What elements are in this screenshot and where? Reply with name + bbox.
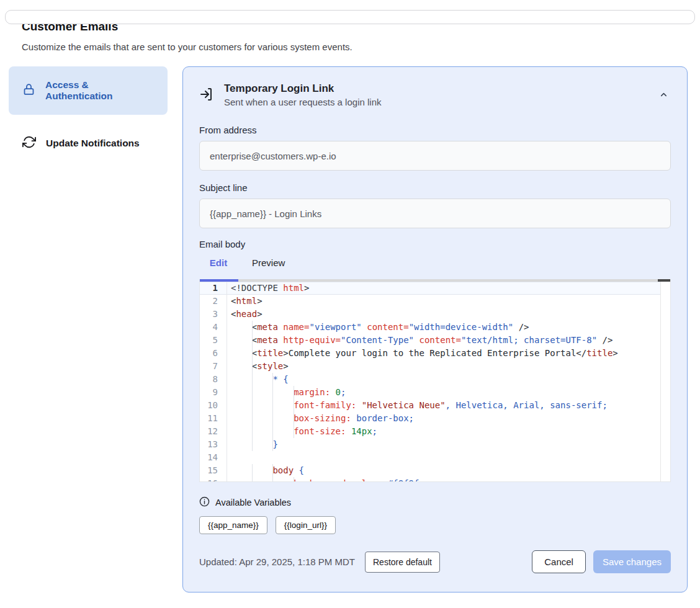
code-line[interactable]: 10 font-family: "Helvetica Neue", Helvet… [200, 399, 670, 412]
code-text: margin: 0; [227, 386, 670, 399]
code-lines: 1<!DOCTYPE html>2<html>3<head>4 <meta na… [200, 282, 670, 482]
code-text: body { [227, 464, 670, 477]
collapse-panel-button[interactable] [657, 87, 671, 104]
code-line[interactable]: 8 * { [200, 373, 670, 386]
panel-subtitle: Sent when a user requests a login link [224, 97, 381, 109]
sidebar: Access & Authentication Update Notificat… [9, 66, 168, 161]
code-text: box-sizing: border-box; [227, 412, 670, 425]
content-layout: Access & Authentication Update Notificat… [9, 66, 700, 592]
subject-line-label: Subject line [199, 182, 671, 193]
cancel-button[interactable]: Cancel [532, 550, 586, 573]
code-text: <!DOCTYPE html> [227, 282, 670, 295]
editor-vertical-scrollbar[interactable] [660, 282, 670, 481]
code-line[interactable]: 7 <style> [200, 360, 670, 373]
code-text: * { [227, 373, 670, 386]
code-text: <title>Complete your login to the Replic… [227, 347, 670, 360]
restore-default-button[interactable]: Restore default [365, 552, 440, 573]
sidebar-item-access-authentication[interactable]: Access & Authentication [9, 66, 168, 115]
info-icon [199, 496, 210, 509]
sidebar-item-update-notifications[interactable]: Update Notifications [9, 125, 168, 161]
line-number: 2 [200, 295, 227, 308]
email-body-label: Email body [199, 239, 671, 249]
available-variables-header: Available Variables [199, 496, 671, 509]
lock-icon [22, 83, 35, 99]
line-number: 15 [200, 464, 227, 477]
line-number: 12 [200, 425, 227, 438]
save-changes-button[interactable]: Save changes [593, 550, 671, 573]
code-line[interactable]: 5 <meta http-equiv="Content-Type" conten… [200, 334, 670, 347]
from-address-input[interactable] [199, 141, 671, 171]
available-variables-label: Available Variables [215, 498, 291, 507]
panel-header: Temporary Login Link Sent when a user re… [199, 82, 671, 109]
chevron-up-icon [659, 92, 668, 101]
code-text: <style> [227, 360, 670, 373]
sidebar-item-label: Update Notifications [46, 138, 140, 149]
line-number: 4 [200, 321, 227, 334]
line-number: 3 [200, 308, 227, 321]
line-number: 5 [200, 334, 227, 347]
tab-preview[interactable]: Preview [252, 257, 285, 279]
line-number: 9 [200, 386, 227, 399]
code-text: <head> [227, 308, 670, 321]
line-number: 14 [200, 451, 227, 464]
panel-footer: Updated: Apr 29, 2025, 1:18 PM MDT Resto… [199, 550, 671, 573]
line-number: 8 [200, 373, 227, 386]
code-line[interactable]: 6 <title>Complete your login to the Repl… [200, 347, 670, 360]
code-text: <html> [227, 295, 670, 308]
tab-edit[interactable]: Edit [199, 257, 238, 279]
code-line[interactable]: 12 font-size: 14px; [200, 425, 670, 438]
code-text: background-color: #f8f9fa; [227, 477, 670, 482]
refresh-icon [22, 135, 36, 151]
panel-title: Temporary Login Link [224, 82, 381, 95]
code-line[interactable]: 4 <meta name="viewport" content="width=d… [200, 321, 670, 334]
panel-titles: Temporary Login Link Sent when a user re… [224, 82, 381, 109]
code-text [227, 451, 670, 464]
previous-card-bottom-edge [5, 10, 695, 24]
code-line[interactable]: 11 box-sizing: border-box; [200, 412, 670, 425]
code-line[interactable]: 1<!DOCTYPE html> [200, 282, 670, 295]
code-line[interactable]: 3<head> [200, 308, 670, 321]
code-text: font-size: 14px; [227, 425, 670, 438]
variable-chips: {{app_name}} {{login_url}} [199, 516, 671, 534]
code-line[interactable]: 13 } [200, 438, 670, 451]
email-body-tabs: Edit Preview [199, 257, 671, 279]
line-number: 10 [200, 399, 227, 412]
temporary-login-link-panel: Temporary Login Link Sent when a user re… [182, 66, 688, 592]
email-body-code-editor[interactable]: 1<!DOCTYPE html>2<html>3<head>4 <meta na… [199, 279, 671, 482]
code-line[interactable]: 9 margin: 0; [200, 386, 670, 399]
code-line[interactable]: 16 background-color: #f8f9fa; [200, 477, 670, 482]
line-number: 13 [200, 438, 227, 451]
code-line[interactable]: 14 [200, 451, 670, 464]
code-text: } [227, 438, 670, 451]
variable-chip-login-url[interactable]: {{login_url}} [276, 516, 336, 534]
sidebar-item-label: Access & Authentication [45, 79, 156, 102]
line-number: 7 [200, 360, 227, 373]
code-text: font-family: "Helvetica Neue", Helvetica… [227, 399, 670, 412]
line-number: 11 [200, 412, 227, 425]
subject-line-input[interactable] [199, 199, 671, 228]
page-subtitle: Customize the emails that are sent to yo… [22, 42, 700, 52]
line-number: 1 [200, 282, 227, 295]
log-in-icon [199, 87, 214, 104]
code-text: <meta http-equiv="Content-Type" content=… [227, 334, 670, 347]
updated-timestamp: Updated: Apr 29, 2025, 1:18 PM MDT [199, 557, 355, 567]
customer-emails-page: Customer Emails Customize the emails tha… [0, 20, 700, 608]
variable-chip-app-name[interactable]: {{app_name}} [199, 516, 267, 534]
line-number: 6 [200, 347, 227, 360]
code-line[interactable]: 15 body { [200, 464, 670, 477]
from-address-label: From address [199, 125, 671, 135]
code-text: <meta name="viewport" content="width=dev… [227, 321, 670, 334]
line-number: 16 [200, 477, 227, 482]
code-line[interactable]: 2<html> [200, 295, 670, 308]
